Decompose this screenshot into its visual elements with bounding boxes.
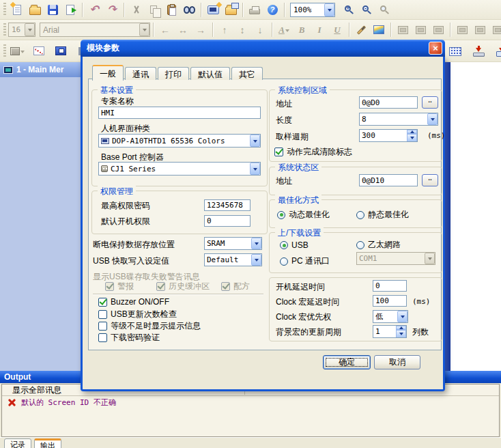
ok-button[interactable]: 确定 <box>323 355 371 369</box>
align-center-h-button[interactable]: ↔ <box>174 22 192 38</box>
tab-general[interactable]: 一般 <box>92 65 124 81</box>
ss-address-browse-button[interactable]: .. <box>422 174 438 186</box>
bold-button[interactable]: B <box>293 22 311 38</box>
sc-sample-spinner[interactable]: 300 <box>359 129 418 142</box>
zoom-in-button[interactable] <box>338 1 356 18</box>
rect-element-button[interactable] <box>52 43 70 59</box>
object-tool-button-1[interactable] <box>394 22 412 38</box>
sc-address-input[interactable]: 0@D0 <box>359 96 418 109</box>
tab-output[interactable]: 输出 <box>34 438 61 448</box>
zoom-out-button[interactable] <box>356 1 373 18</box>
spin-down-icon[interactable] <box>407 134 417 142</box>
tab-other[interactable]: 其它 <box>231 67 263 80</box>
save-button[interactable] <box>44 1 61 18</box>
export-button[interactable] <box>61 1 79 18</box>
help-button[interactable] <box>263 1 281 18</box>
dialog-titlebar[interactable]: 模块参数 × <box>81 40 445 57</box>
chevron-down-icon[interactable] <box>251 238 261 249</box>
toolbar-grip[interactable] <box>3 44 6 58</box>
keypad-button[interactable] <box>446 43 464 59</box>
undo-button[interactable] <box>85 1 103 18</box>
usb-cache-combobox[interactable]: Default <box>204 253 262 266</box>
chevron-down-icon[interactable] <box>250 135 260 147</box>
optimize-dynamic-radio[interactable]: 动态最佳化 <box>277 209 330 221</box>
object-tool-button-6[interactable] <box>489 22 501 38</box>
optimize-static-radio[interactable]: 静态最佳化 <box>356 209 409 221</box>
buzzer-checkbox[interactable]: Buzzer ON/OFF <box>98 297 169 307</box>
align-bottom-button[interactable]: ↓ <box>251 22 269 38</box>
align-top-button[interactable]: ↑ <box>216 22 233 38</box>
open-file-button[interactable] <box>26 1 44 18</box>
new-screen-button[interactable] <box>204 1 222 18</box>
tab-print[interactable]: 打印 <box>158 67 189 80</box>
cancel-button[interactable]: 取消 <box>374 355 420 369</box>
paste-button[interactable] <box>162 1 180 18</box>
find-button[interactable] <box>180 1 198 18</box>
print-button[interactable] <box>246 1 263 18</box>
cut-button[interactable] <box>127 1 145 18</box>
object-tool-button-4[interactable] <box>453 22 471 38</box>
toolbar-grip[interactable] <box>3 23 6 37</box>
boot-level-input[interactable]: 0 <box>204 215 250 227</box>
draw-line-button[interactable] <box>352 22 370 38</box>
retain-location-combobox[interactable]: SRAM <box>204 237 262 250</box>
object-tool-button-5[interactable] <box>471 22 489 38</box>
transfer-usb-radio[interactable]: USB <box>280 240 309 250</box>
new-file-button[interactable] <box>8 1 26 18</box>
bg-macro-spinner[interactable]: 1 <box>373 325 407 338</box>
italic-button[interactable]: I <box>311 22 328 38</box>
object-tool-button-2[interactable] <box>412 22 429 38</box>
align-left-button[interactable]: ← <box>156 22 174 38</box>
spin-down-icon[interactable] <box>396 330 406 338</box>
redo-button[interactable] <box>103 1 121 18</box>
sc-length-combobox[interactable]: 8 <box>359 113 438 126</box>
chevron-down-icon[interactable] <box>250 163 260 175</box>
download-password-checkbox[interactable]: 下载密码验证 <box>98 332 160 344</box>
font-size-value: 16 <box>12 25 20 34</box>
toolbar-grip[interactable] <box>3 3 6 16</box>
level-hint-checkbox[interactable]: 等级不足时显示提示信息 <box>98 320 201 332</box>
com-port-combobox[interactable]: COM1 <box>356 252 435 265</box>
chevron-down-icon[interactable] <box>251 254 261 266</box>
boot-delay-input[interactable]: 0 <box>373 280 407 292</box>
insert-picture-button[interactable] <box>370 22 388 38</box>
font-size-combobox[interactable]: 16 <box>8 23 35 37</box>
tab-record[interactable]: 记录 <box>4 438 31 448</box>
chevron-down-icon[interactable] <box>427 113 438 125</box>
chevron-down-icon[interactable] <box>397 311 407 322</box>
hmi-type-combobox[interactable]: DOP-A10THTD1 65536 Colors <box>98 134 261 148</box>
transfer-pc-radio[interactable]: PC 通讯口 <box>280 255 330 267</box>
spinner-buttons[interactable] <box>396 326 406 337</box>
download-device-button[interactable] <box>470 43 487 59</box>
zoom-level-combobox[interactable]: 100% <box>290 3 335 17</box>
clock-delay-input[interactable]: 100 <box>373 295 407 307</box>
checkbox-checked-disabled-icon <box>221 282 230 291</box>
clear-flag-checkbox[interactable]: 动作完成清除标志 <box>274 146 352 158</box>
base-port-combobox[interactable]: CJ1 Series <box>98 162 261 176</box>
open-screen-button[interactable] <box>222 1 240 18</box>
object-tool-button-3[interactable] <box>429 22 447 38</box>
underline-button[interactable]: U <box>328 22 346 38</box>
password-input[interactable]: 12345678 <box>204 199 250 211</box>
clock-priority-combobox[interactable]: 低 <box>373 310 408 323</box>
trend-element-button[interactable] <box>30 43 48 59</box>
zoom-tool-button[interactable] <box>373 1 391 18</box>
sc-address-browse-button[interactable]: .. <box>422 96 438 109</box>
chevron-down-icon[interactable] <box>324 3 334 16</box>
project-name-input[interactable]: HMI <box>98 107 261 119</box>
align-middle-v-button[interactable]: ↕ <box>233 22 251 38</box>
tab-communication[interactable]: 通讯 <box>125 67 156 80</box>
download-screen-button[interactable] <box>493 43 501 59</box>
spinner-buttons[interactable] <box>407 130 417 141</box>
font-name-combobox[interactable]: Arial <box>40 23 150 37</box>
usb-update-check-checkbox[interactable]: USB更新次数检查 <box>98 309 177 320</box>
close-button[interactable]: × <box>429 42 442 55</box>
fill-color-button[interactable] <box>8 43 26 59</box>
tab-default[interactable]: 默认值 <box>190 67 230 80</box>
align-right-button[interactable]: → <box>192 22 210 38</box>
output-error-row[interactable]: 默认的 Screen ID 不正确 <box>2 396 499 408</box>
font-color-button[interactable]: A <box>275 22 293 38</box>
copy-button[interactable] <box>145 1 162 18</box>
ss-address-input[interactable]: 0@D10 <box>359 174 418 186</box>
transfer-ethernet-radio[interactable]: 乙太網路 <box>356 239 401 251</box>
